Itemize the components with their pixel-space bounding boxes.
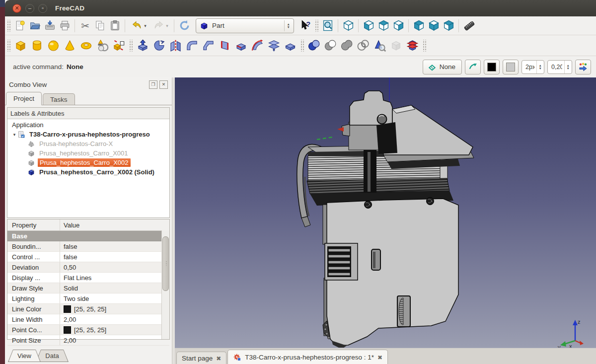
project-tree[interactable]: Application▾T38-Carro-x-prusa-hephestos-… (7, 119, 169, 218)
window-maximize-button[interactable]: ▫ (38, 4, 47, 13)
part-cylinder-button[interactable] (29, 37, 45, 54)
window-close-button[interactable]: ✕ (12, 4, 21, 13)
property-value[interactable]: false (60, 252, 169, 262)
toolbar-handle[interactable] (314, 20, 318, 32)
property-row[interactable]: Draw Style Solid (7, 283, 169, 293)
toolbar-handle[interactable] (6, 20, 10, 32)
boolean-cut-button[interactable] (322, 37, 339, 54)
part-primitives-button[interactable] (94, 37, 111, 54)
property-row[interactable]: Point Co... [25, 25, 25] (7, 325, 169, 335)
sweep-button[interactable] (249, 37, 266, 54)
revolve-button[interactable] (151, 37, 167, 54)
tree-item[interactable]: ▾T38-Carro-x-prusa-hephestos-progreso (7, 130, 169, 139)
property-row[interactable]: Control ... false (7, 252, 169, 262)
document-tab[interactable]: T38-Carro-x-prusa-hephestos-progreso : 1… (227, 350, 388, 364)
property-value[interactable]: [25, 25, 25] (60, 304, 169, 314)
ruled-surface-button[interactable] (217, 37, 233, 54)
view-axonometric-button[interactable] (341, 18, 356, 33)
undo-dropdown-caret[interactable]: ▾ (144, 23, 147, 28)
extrude-button[interactable] (135, 37, 151, 54)
tree-item[interactable]: Application (7, 120, 169, 130)
window-titlebar[interactable]: ✕ – ▫ FreeCAD (5, 0, 596, 17)
chamfer-button[interactable] (200, 37, 217, 54)
cross-section-planes-button[interactable] (404, 37, 421, 54)
tab-close-icon[interactable]: ✖ (216, 355, 221, 362)
property-row[interactable]: Boundin... false (7, 241, 169, 252)
property-row[interactable]: Display ... Flat Lines (7, 273, 169, 283)
window-minimize-button[interactable]: – (25, 4, 34, 13)
fit-all-button[interactable] (320, 18, 335, 33)
part-sphere-button[interactable] (45, 37, 62, 54)
part-cone-button[interactable] (62, 37, 78, 54)
property-row[interactable]: Line Width 2,00 (7, 314, 169, 325)
new-document-button[interactable] (12, 18, 27, 33)
view-front-button[interactable] (361, 18, 376, 33)
line-width-spinner[interactable]: 2px▲▼ (522, 60, 544, 74)
loft-button[interactable] (233, 37, 249, 54)
tree-expander[interactable]: ▾ (11, 132, 17, 137)
view-bottom-button[interactable] (426, 18, 441, 33)
property-value[interactable]: Two side (60, 293, 169, 303)
toolbar-handle[interactable] (422, 40, 426, 52)
shape-builder-button[interactable] (111, 37, 127, 54)
value-column-header[interactable]: Value (60, 219, 169, 230)
panel-close-button[interactable]: ✕ (159, 80, 168, 89)
copy-button[interactable] (92, 18, 107, 33)
toolbar-handle[interactable] (129, 40, 133, 52)
property-scrollbar[interactable] (161, 230, 169, 339)
text-scale-spinner[interactable]: 0,20▲▼ (547, 60, 572, 74)
line-width-spinner-arrows[interactable]: ▲▼ (536, 61, 544, 73)
part-torus-button[interactable] (78, 37, 94, 54)
boolean-button[interactable] (306, 37, 322, 54)
tree-item[interactable]: Prusa_hephestos_Carro_X002 (Solid) (7, 167, 169, 177)
property-value[interactable]: Solid (60, 283, 169, 293)
undo-button[interactable]: ▾ (128, 18, 149, 33)
save-document-button[interactable] (42, 18, 57, 33)
apply-style-button[interactable] (575, 60, 591, 74)
property-row[interactable]: Lighting Two side (7, 293, 169, 304)
property-value[interactable]: 0,50 (60, 262, 169, 272)
property-row[interactable]: Deviation 0,50 (7, 262, 169, 273)
tree-item[interactable]: Prusa-hephestos-Carro-X (7, 139, 169, 148)
refresh-button[interactable] (177, 18, 192, 33)
check-geometry-button[interactable] (372, 37, 388, 54)
boolean-union-button[interactable] (339, 37, 355, 54)
view-rear-button[interactable] (411, 18, 426, 33)
property-scrollbar-thumb[interactable] (162, 236, 169, 291)
property-row[interactable]: Line Color [25, 25, 25] (7, 304, 169, 314)
tab-close-icon[interactable]: ✖ (377, 354, 382, 361)
mirror-button[interactable] (167, 37, 184, 54)
print-button[interactable] (57, 18, 72, 33)
cross-sections-button[interactable] (266, 37, 282, 54)
whats-this-button[interactable]: ? (298, 18, 313, 33)
open-document-button[interactable] (27, 18, 42, 33)
property-group-row[interactable]: Base (7, 231, 169, 241)
thickness-button[interactable] (282, 37, 298, 54)
draft-plane-button[interactable]: None (423, 60, 462, 74)
workbench-selector[interactable]: Part▲▼ (196, 18, 294, 33)
toolbar-handle[interactable] (300, 40, 304, 52)
property-row[interactable]: Point Size 2,00 (7, 335, 169, 346)
tab-view[interactable]: View (8, 350, 41, 362)
tab-project[interactable]: Project (6, 92, 42, 105)
toolbar-handle[interactable] (6, 40, 10, 52)
text-scale-spinner-arrows[interactable]: ▲▼ (564, 61, 572, 73)
boolean-intersection-button[interactable] (355, 37, 372, 54)
3d-viewport[interactable]: z y x (175, 77, 596, 348)
property-editor[interactable]: Property ValueBaseBoundin... falseContro… (7, 219, 170, 340)
property-column-header[interactable]: Property (7, 219, 60, 230)
face-color-button[interactable] (503, 60, 519, 74)
view-top-button[interactable] (376, 18, 391, 33)
view-left-button[interactable] (441, 18, 456, 33)
tree-item[interactable]: Prusa_hephestos_Carro_X001 (7, 148, 169, 158)
tree-item[interactable]: Prusa_hephestos_Carro_X002 (7, 158, 169, 167)
draft-construction-toggle[interactable] (465, 60, 481, 74)
fillet-button[interactable] (184, 37, 200, 54)
property-value[interactable]: 2,00 (60, 314, 169, 324)
property-value[interactable]: [25, 25, 25] (60, 325, 169, 335)
cut-clipboard-button[interactable]: ✂ (77, 18, 92, 33)
redo-dropdown-caret[interactable]: ▾ (166, 23, 168, 28)
part-box-button[interactable] (12, 37, 29, 54)
measure-distance-button[interactable] (461, 18, 476, 33)
paste-button[interactable] (107, 18, 122, 33)
